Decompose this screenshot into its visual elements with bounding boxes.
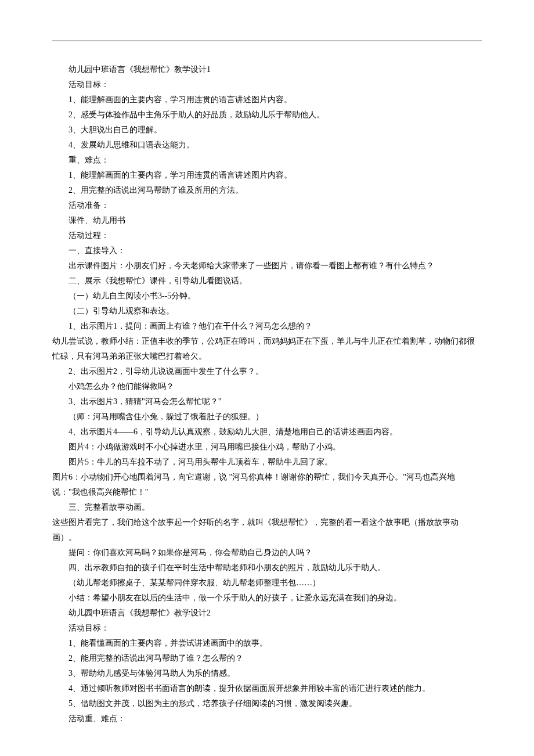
text-line: 1、能看懂画面的主要内容，并尝试讲述画面中的故事。 — [52, 636, 482, 651]
text-line: 2、感受与体验作品中主角乐于助人的好品质，鼓励幼儿乐于帮助他人。 — [52, 107, 482, 123]
text-line: 2、能用完整的话说出河马帮助了谁？怎么帮的？ — [52, 651, 482, 666]
text-line: 提问：你们喜欢河马吗？如果你是河马，你会帮助自己身边的人吗？ — [52, 545, 482, 560]
text-line: 图片6：小动物们开心地围着河马，向它道谢，说 "河马你真棒！谢谢你的帮忙，我们今… — [52, 470, 482, 500]
text-line: 一、直接导入： — [52, 243, 482, 258]
text-line: 幼儿园中班语言《我想帮忙》教学设计2 — [52, 606, 482, 621]
text-line: 这些图片看完了，我们给这个故事起一个好听的名字，就叫《我想帮忙》，完整的看一看这… — [52, 515, 482, 545]
text-line: 2、出示图片2，引导幼儿说说画面中发生了什么事？。 — [52, 364, 482, 379]
text-line: 1、能理解画面的主要内容，学习用连贯的语言讲述图片内容。 — [52, 92, 482, 107]
text-line: 三、完整看故事动画。 — [52, 500, 482, 515]
text-line: 图片4：小鸡做游戏时不小心掉进水里，河马用嘴巴接住小鸡，帮助了小鸡。 — [52, 440, 482, 455]
text-line: 小结：希望小朋友在以后的生活中，做一个乐于助人的好孩子，让爱永远充满在我们的身边… — [52, 591, 482, 606]
text-line: 图片5：牛儿的马车拉不动了，河马用头帮牛儿顶着车，帮助牛儿回了家。 — [52, 455, 482, 470]
text-line: 2、用完整的话说出河马帮助了谁及所用的方法。 — [52, 183, 482, 198]
text-line: 3、帮助幼儿感受与体验河马助人为乐的情感。 — [52, 666, 482, 681]
document-page: 幼儿园中班语言《我想帮忙》教学设计1活动目标：1、能理解画面的主要内容，学习用连… — [0, 0, 534, 750]
text-line: 1、出示图片1，提问：画面上有谁？他们在干什么？河马怎么想的？ — [52, 319, 482, 334]
text-line: 4、通过倾听教师对图书书面语言的朗读，提升依据画面展开想象并用较丰富的语汇进行表… — [52, 681, 482, 696]
text-line: （师：河马用嘴含住小兔，躲过了饿着肚子的狐狸。） — [52, 409, 482, 424]
text-line: （一）幼儿自主阅读小书3--5分钟。 — [52, 289, 482, 304]
text-line: 四、出示教师自拍的孩子们在平时生活中帮助老师和小朋友的照片，鼓励幼儿乐于助人。 — [52, 560, 482, 575]
document-body: 幼儿园中班语言《我想帮忙》教学设计1活动目标：1、能理解画面的主要内容，学习用连… — [52, 62, 482, 726]
text-line: 重、难点： — [52, 153, 482, 168]
text-line: 活动准备： — [52, 198, 482, 213]
text-line: 活动目标： — [52, 621, 482, 636]
text-line: 3、大胆说出自己的理解。 — [52, 123, 482, 138]
text-line: 活动过程： — [52, 228, 482, 243]
horizontal-rule — [52, 41, 482, 41]
text-line: 出示课件图片：小朋友们好，今天老师给大家带来了一些图片，请你看一看图上都有谁？有… — [52, 258, 482, 273]
text-line: （二）引导幼儿观察和表达。 — [52, 304, 482, 319]
text-line: 幼儿尝试说，教师小结：正值丰收的季节，公鸡正在啼叫，而鸡妈妈正在下蛋，羊儿与牛儿… — [52, 334, 482, 364]
text-line: 课件、幼儿用书 — [52, 213, 482, 228]
text-line: 活动重、难点： — [52, 711, 482, 726]
text-line: （幼儿帮老师擦桌子、某某帮同伴穿衣服、幼儿帮老师整理书包……） — [52, 575, 482, 591]
text-line: 1、能理解画面的主要内容，学习用连贯的语言讲述图片内容。 — [52, 168, 482, 183]
text-line: 4、出示图片4——6，引导幼儿认真观察，鼓励幼儿大胆、清楚地用自己的话讲述画面内… — [52, 424, 482, 440]
text-line: 二、展示《我想帮忙》课件，引导幼儿看图说话。 — [52, 273, 482, 289]
text-line: 活动目标： — [52, 77, 482, 92]
text-line: 3、出示图片3，猜猜"河马会怎么帮忙呢？" — [52, 394, 482, 409]
text-line: 幼儿园中班语言《我想帮忙》教学设计1 — [52, 62, 482, 77]
text-line: 5、借助图文并茂，以图为主的形式，培养孩子仔细阅读的习惯，激发阅读兴趣。 — [52, 696, 482, 711]
text-line: 小鸡怎么办？他们能得救吗？ — [52, 379, 482, 394]
text-line: 4、发展幼儿思维和口语表达能力。 — [52, 138, 482, 153]
